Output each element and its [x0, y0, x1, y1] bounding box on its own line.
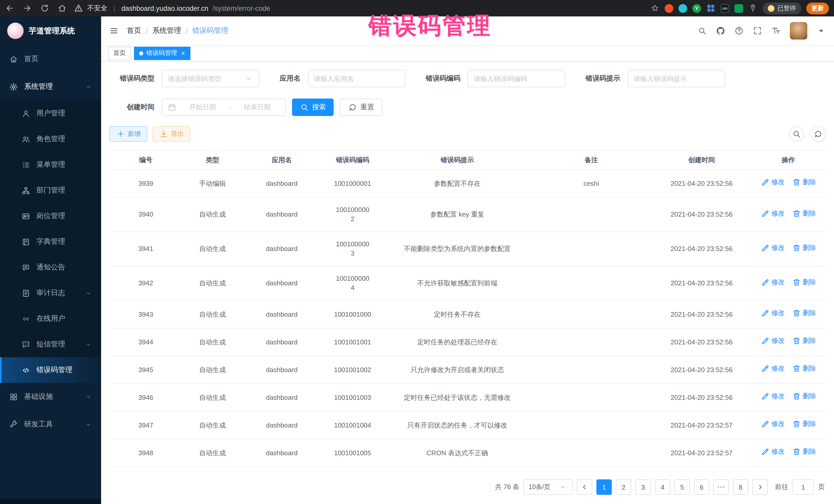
pager-page-2[interactable]: 2: [616, 479, 631, 495]
github-icon[interactable]: [716, 26, 725, 36]
cell-operations: 修改删除: [751, 356, 826, 384]
reload-icon[interactable]: [40, 4, 49, 13]
sidebar-item-dev-tools[interactable]: 研发工具: [0, 411, 101, 438]
sidebar-item-system[interactable]: 系统管理: [0, 73, 101, 101]
edit-link[interactable]: 修改: [761, 243, 785, 252]
toggle-search-button[interactable]: [789, 126, 804, 141]
date-range-picker[interactable]: 开始日期 - 结束日期: [162, 98, 286, 116]
chevron-right-icon: [755, 482, 765, 492]
sidebar-item-online-user[interactable]: 在线用户: [0, 306, 101, 332]
app-name-input[interactable]: [314, 75, 399, 82]
pager-page-3[interactable]: 3: [635, 479, 651, 495]
help-icon[interactable]: [734, 26, 744, 36]
error-type-select-input[interactable]: [168, 75, 244, 82]
delete-link[interactable]: 删除: [792, 243, 816, 252]
paused-badge[interactable]: 已暂停: [763, 2, 801, 14]
extension-icon-5[interactable]: on: [721, 4, 729, 13]
pager-more-button[interactable]: [714, 479, 729, 495]
sidebar-item-dict[interactable]: 字典管理: [0, 229, 101, 255]
sidebar-item-audit-log[interactable]: 审计日志: [0, 280, 101, 306]
delete-link[interactable]: 删除: [792, 419, 816, 429]
tab-home[interactable]: 首页: [108, 46, 131, 60]
edit-icon: [761, 392, 770, 401]
error-msg-input[interactable]: [634, 75, 719, 82]
edit-link[interactable]: 修改: [761, 392, 785, 401]
chrome-update-button[interactable]: 更新: [806, 2, 829, 14]
sidebar-item-post[interactable]: 岗位管理: [0, 203, 101, 229]
sidebar-collapse-bar[interactable]: [0, 499, 101, 504]
goto-page-input[interactable]: [792, 479, 814, 495]
breadcrumb-home[interactable]: 首页: [127, 26, 141, 36]
sidebar-item-dept[interactable]: 部门管理: [0, 178, 101, 203]
edit-link[interactable]: 修改: [761, 336, 785, 345]
export-button[interactable]: 导出: [152, 126, 191, 141]
delete-link[interactable]: 删除: [792, 392, 816, 401]
cell-type: 自动生成: [182, 232, 243, 266]
pager-page-8[interactable]: 8: [733, 479, 748, 495]
error-code-input[interactable]: [474, 75, 559, 82]
search-icon[interactable]: [698, 26, 707, 36]
sidebar-item-user[interactable]: 用户管理: [0, 101, 101, 126]
sidebar-item-sms[interactable]: 短信管理: [0, 332, 101, 357]
delete-link[interactable]: 删除: [792, 209, 816, 218]
refresh-table-button[interactable]: [810, 126, 826, 141]
pager-page-1[interactable]: 1: [596, 479, 612, 495]
cell-id: 3944: [109, 328, 182, 356]
user-avatar[interactable]: [790, 22, 807, 40]
forward-icon[interactable]: [23, 4, 32, 13]
cell-code: 1001001002: [321, 356, 385, 384]
browser-home-icon[interactable]: [58, 4, 67, 13]
edit-link[interactable]: 修改: [761, 419, 785, 429]
edit-link[interactable]: 修改: [761, 364, 785, 373]
font-size-icon[interactable]: [771, 26, 781, 36]
avatar-caret-icon[interactable]: [816, 26, 826, 36]
edit-link[interactable]: 修改: [761, 278, 785, 287]
delete-link[interactable]: 删除: [792, 278, 816, 287]
delete-link[interactable]: 删除: [792, 364, 816, 373]
sidebar-item-notice[interactable]: 通知公告: [0, 255, 101, 280]
delete-link[interactable]: 删除: [792, 447, 816, 456]
pager-page-6[interactable]: 6: [694, 479, 709, 495]
sidebar-item-infra[interactable]: 基础设施: [0, 383, 101, 411]
pager-prev-button[interactable]: [577, 479, 592, 495]
app-logo[interactable]: 芋道管理系统: [0, 17, 101, 45]
search-button[interactable]: 搜索: [292, 98, 334, 116]
pager-page-4[interactable]: 4: [655, 479, 670, 495]
extension-icon-6[interactable]: [734, 4, 743, 13]
sidebar-item-menu[interactable]: 菜单管理: [0, 152, 101, 178]
table-row: 3945自动生成dashboard1001001002只允许修改为开启或者关闭状…: [109, 356, 826, 384]
reset-button[interactable]: 重置: [340, 98, 382, 116]
edit-link[interactable]: 修改: [761, 308, 785, 318]
extension-icon-1[interactable]: [665, 4, 673, 13]
back-icon[interactable]: [5, 4, 14, 13]
tab-error-code[interactable]: 错误码管理×: [134, 46, 190, 60]
user-icon: [22, 109, 30, 118]
delete-link[interactable]: 删除: [792, 308, 816, 318]
add-button[interactable]: 新增: [109, 126, 147, 141]
sidebar-item-role[interactable]: 角色管理: [0, 126, 101, 152]
sidebar-item-error-code[interactable]: 错误码管理: [0, 357, 101, 383]
extension-icon-2[interactable]: [679, 4, 687, 13]
delete-link[interactable]: 删除: [792, 178, 816, 187]
delete-link[interactable]: 删除: [792, 336, 816, 345]
extension-pin-icon[interactable]: [748, 4, 758, 13]
edit-link[interactable]: 修改: [761, 209, 785, 218]
sidebar-item-home[interactable]: 首页: [0, 45, 101, 73]
extension-icon-3[interactable]: V: [692, 4, 701, 13]
cell-memo: [530, 232, 652, 266]
pager-page-5[interactable]: 5: [674, 479, 690, 495]
edit-link[interactable]: 修改: [761, 178, 785, 187]
breadcrumb-system[interactable]: 系统管理: [152, 26, 181, 36]
pager-next-button[interactable]: [752, 479, 768, 495]
extension-icon-4[interactable]: [706, 4, 716, 13]
tab-close-icon[interactable]: ×: [181, 50, 185, 57]
edit-link[interactable]: 修改: [761, 447, 785, 456]
home-icon: [9, 54, 18, 63]
error-type-select[interactable]: [162, 70, 259, 87]
fullscreen-icon[interactable]: [753, 26, 762, 36]
browser-chrome: 不安全 | dashboard.yudao.iocoder.cn/system/…: [0, 0, 834, 17]
page-size-select[interactable]: 10条/页: [524, 479, 573, 495]
address-bar[interactable]: 不安全 | dashboard.yudao.iocoder.cn/system/…: [74, 4, 650, 13]
bookmark-star-icon[interactable]: [650, 4, 659, 13]
hamburger-icon[interactable]: [109, 26, 118, 36]
